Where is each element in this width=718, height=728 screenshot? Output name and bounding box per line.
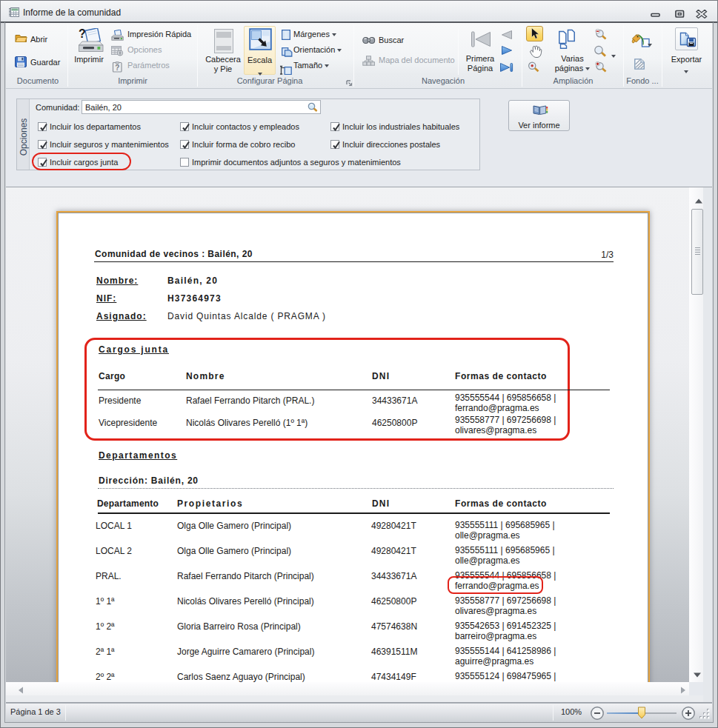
svg-text:?: ?	[115, 64, 119, 72]
svg-text:?: ?	[79, 28, 86, 40]
